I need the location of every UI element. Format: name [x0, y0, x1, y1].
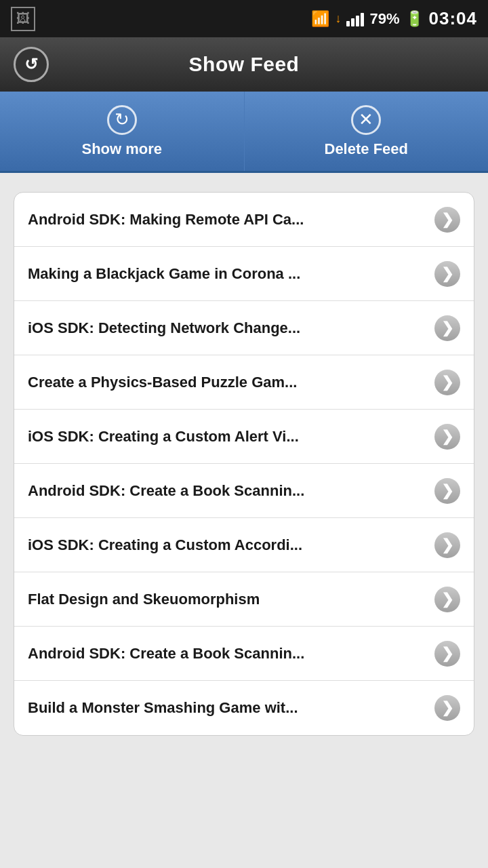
- status-bar-left: 🖼: [11, 7, 35, 31]
- feed-item[interactable]: Build a Monster Smashing Game wit...❯: [14, 681, 474, 735]
- feed-item[interactable]: Flat Design and Skeuomorphism❯: [14, 572, 474, 627]
- feed-item[interactable]: Android SDK: Create a Book Scannin...❯: [14, 464, 474, 518]
- battery-percent: 79%: [369, 10, 399, 28]
- feed-item-arrow-icon: ❯: [434, 532, 460, 558]
- delete-feed-button[interactable]: ✕ Delete Feed: [245, 92, 489, 171]
- battery-icon: 🔋: [405, 10, 424, 28]
- feed-item-text: Flat Design and Skeuomorphism: [28, 591, 434, 608]
- feed-item-arrow-icon: ❯: [434, 207, 460, 233]
- feed-item[interactable]: iOS SDK: Creating a Custom Alert Vi...❯: [14, 410, 474, 464]
- back-arrow-icon: ↺: [24, 55, 38, 74]
- page-title: Show Feed: [49, 53, 439, 76]
- wifi-icon: 📶: [311, 10, 329, 28]
- show-more-button[interactable]: ↻ Show more: [0, 92, 245, 171]
- top-bar: ↺ Show Feed: [0, 37, 488, 92]
- feed-item-text: iOS SDK: Detecting Network Change...: [28, 319, 434, 337]
- feed-item[interactable]: Create a Physics-Based Puzzle Gam...❯: [14, 355, 474, 410]
- feed-item-text: Making a Blackjack Game in Corona ...: [28, 265, 434, 283]
- feed-container: Android SDK: Making Remote API Ca...❯Mak…: [0, 173, 488, 755]
- feed-item-text: iOS SDK: Creating a Custom Accordi...: [28, 536, 434, 554]
- refresh-icon: ↻: [107, 105, 137, 135]
- feed-item-text: Create a Physics-Based Puzzle Gam...: [28, 374, 434, 391]
- feed-item-text: Build a Monster Smashing Game wit...: [28, 699, 434, 717]
- delete-feed-label: Delete Feed: [325, 140, 409, 158]
- feed-item-text: iOS SDK: Creating a Custom Alert Vi...: [28, 428, 434, 446]
- feed-item[interactable]: iOS SDK: Creating a Custom Accordi...❯: [14, 518, 474, 572]
- feed-item-text: Android SDK: Create a Book Scannin...: [28, 645, 434, 663]
- back-button[interactable]: ↺: [14, 47, 49, 82]
- feed-item[interactable]: iOS SDK: Detecting Network Change...❯: [14, 301, 474, 355]
- status-bar: 🖼 📶 ↓ 79% 🔋 03:04: [0, 0, 488, 37]
- signal-icon: [346, 12, 364, 26]
- feed-item-arrow-icon: ❯: [434, 261, 460, 287]
- feed-item-arrow-icon: ❯: [434, 695, 460, 721]
- feed-item-arrow-icon: ❯: [434, 587, 460, 612]
- image-icon: 🖼: [11, 7, 35, 31]
- download-icon: ↓: [335, 12, 341, 26]
- feed-item-arrow-icon: ❯: [434, 370, 460, 395]
- feed-item-arrow-icon: ❯: [434, 478, 460, 504]
- feed-item-text: Android SDK: Create a Book Scannin...: [28, 482, 434, 500]
- feed-list: Android SDK: Making Remote API Ca...❯Mak…: [14, 192, 474, 736]
- feed-item[interactable]: Making a Blackjack Game in Corona ...❯: [14, 247, 474, 301]
- feed-item-arrow-icon: ❯: [434, 424, 460, 450]
- close-icon: ✕: [351, 105, 381, 135]
- feed-item[interactable]: Android SDK: Making Remote API Ca...❯: [14, 193, 474, 247]
- feed-item[interactable]: Android SDK: Create a Book Scannin...❯: [14, 627, 474, 681]
- status-time: 03:04: [429, 8, 478, 29]
- show-more-label: Show more: [81, 140, 162, 158]
- feed-item-arrow-icon: ❯: [434, 315, 460, 341]
- action-bar: ↻ Show more ✕ Delete Feed: [0, 92, 488, 173]
- feed-item-arrow-icon: ❯: [434, 641, 460, 667]
- status-bar-right: 📶 ↓ 79% 🔋 03:04: [311, 8, 477, 29]
- feed-item-text: Android SDK: Making Remote API Ca...: [28, 211, 434, 229]
